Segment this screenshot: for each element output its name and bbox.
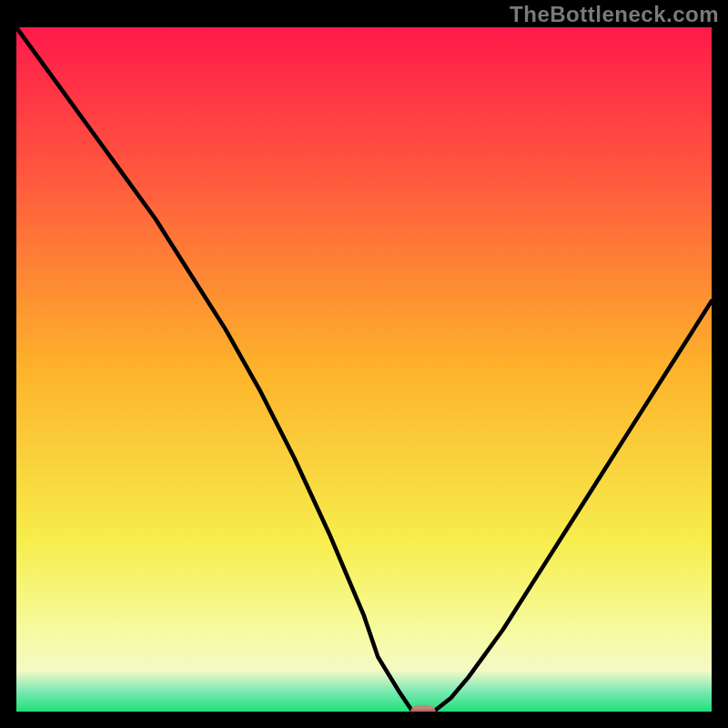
- bottleneck-plot: [16, 27, 712, 712]
- watermark-text: TheBottleneck.com: [510, 2, 719, 27]
- chart-frame: TheBottleneck.com: [0, 0, 728, 728]
- gradient-background: [16, 27, 712, 712]
